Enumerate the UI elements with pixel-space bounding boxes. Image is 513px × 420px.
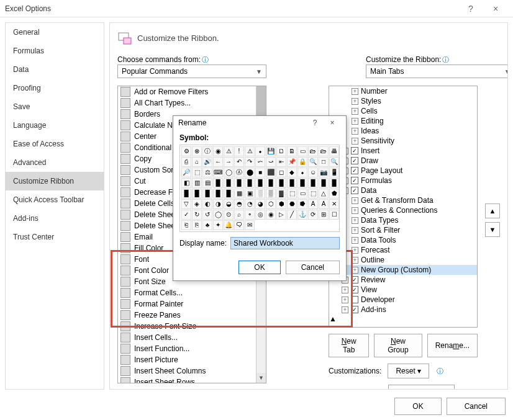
symbol-cell[interactable]: 🔒 [297, 157, 307, 167]
tree-item[interactable]: +Get & Transform Data [329, 195, 477, 205]
tree-item[interactable]: +Editing [329, 116, 477, 126]
symbol-cell[interactable]: ⬚ [308, 189, 318, 199]
expand-icon[interactable]: + [352, 227, 358, 234]
symbol-cell[interactable]: 🔊 [202, 157, 212, 167]
symbol-cell[interactable]: ⤺ [255, 157, 265, 167]
symbol-cell[interactable]: ⟳ [308, 210, 318, 220]
symbol-cell[interactable]: 🖶 [329, 146, 339, 156]
expand-icon[interactable]: + [352, 108, 358, 115]
symbol-cell[interactable]: ◻ [276, 168, 286, 177]
symbol-cell[interactable]: ⎙ [181, 157, 191, 167]
cancel-button[interactable]: Cancel [447, 398, 506, 415]
tree-item[interactable]: +✓View [329, 285, 477, 295]
symbol-cell[interactable]: ◆ [287, 168, 297, 177]
expand-icon[interactable]: + [352, 118, 358, 125]
symbol-cell[interactable]: ⎗ [181, 220, 191, 230]
symbol-cell[interactable]: ⌂ [192, 157, 202, 167]
symbol-cell[interactable]: ⇤ [276, 157, 286, 167]
symbol-cell[interactable]: ↶ [234, 157, 244, 167]
symbol-cell[interactable]: █ [329, 178, 339, 188]
command-item[interactable]: Increase Font Size [118, 321, 266, 332]
symbol-cell[interactable]: → [224, 157, 234, 167]
symbol-cell[interactable]: ◒ [224, 199, 234, 209]
symbol-cell[interactable]: A [319, 199, 329, 209]
tree-item[interactable]: +Ideas [329, 126, 477, 136]
symbol-cell[interactable]: █ [255, 178, 265, 188]
symbol-cell[interactable]: ▦ [234, 189, 244, 199]
reset-button[interactable]: Reset ▾ [388, 364, 429, 378]
symbol-cell[interactable]: █ [181, 189, 191, 199]
symbol-cell[interactable]: ✓ [181, 210, 191, 220]
command-item[interactable]: Add or Remove Filters [118, 86, 266, 97]
symbol-cell[interactable]: █ [224, 178, 234, 188]
symbol-cell[interactable]: ↻ [192, 210, 202, 220]
symbol-cell[interactable]: ⚙ [181, 146, 191, 156]
expand-icon[interactable]: + [352, 217, 358, 224]
symbol-cell[interactable]: ◎ [255, 210, 265, 220]
symbol-cell[interactable]: ⭓ [297, 199, 307, 209]
dialog-cancel-button[interactable]: Cancel [286, 261, 340, 274]
symbol-cell[interactable]: ⬥ [255, 146, 265, 156]
tree-item[interactable]: +✓Review [329, 275, 477, 285]
tree-item[interactable]: +✓Insert [329, 146, 477, 156]
symbol-cell[interactable]: ◧ [181, 178, 191, 188]
symbol-cell[interactable]: 🗁 [319, 146, 329, 156]
expand-icon[interactable]: + [352, 197, 358, 204]
close-button[interactable]: × [483, 4, 508, 14]
checkbox[interactable]: ✓ [351, 286, 358, 293]
help-button[interactable]: ? [458, 4, 483, 14]
symbol-cell[interactable]: A [308, 199, 318, 209]
sidebar-item-trust-center[interactable]: Trust Center [6, 228, 104, 246]
expand-icon[interactable]: + [342, 306, 348, 313]
symbol-cell[interactable]: ◕ [255, 199, 265, 209]
expand-icon[interactable]: + [342, 287, 348, 293]
symbol-cell[interactable]: ▭ [297, 146, 307, 156]
symbol-cell[interactable]: ⬤ [245, 168, 255, 177]
symbol-cell[interactable]: ■ [255, 168, 265, 177]
checkbox[interactable]: ✓ [351, 306, 358, 313]
symbol-grid[interactable]: ⚙⊗ⓘ◉⚠!⚠⬥💾🗋🗎▭🗁🗁🖶⎙⌂🔊←→↶↷⤺⤻⇤📌🔒🔍□🔍🔎⬚⚖⌨◯Ⓐ⬤■⬛◻… [179, 145, 340, 232]
sidebar-item-proofing[interactable]: Proofing [6, 79, 104, 97]
symbol-cell[interactable]: ░ [255, 189, 265, 199]
tree-item[interactable]: +Sensitivity [329, 136, 477, 146]
symbol-cell[interactable]: ⊙ [224, 210, 234, 220]
symbol-cell[interactable]: 🔎 [181, 168, 191, 177]
checkbox[interactable] [351, 296, 358, 303]
symbol-cell[interactable]: ⚠ [224, 146, 234, 156]
symbol-cell[interactable]: ⌕ [234, 210, 244, 220]
symbol-cell[interactable]: █ [245, 178, 255, 188]
symbol-cell[interactable]: ← [213, 157, 223, 167]
symbol-cell[interactable]: 📱 [329, 168, 339, 177]
symbol-cell[interactable]: ◈ [192, 199, 202, 209]
sidebar-item-customize-ribbon[interactable]: Customize Ribbon [6, 172, 104, 190]
symbol-cell[interactable]: █ [224, 189, 234, 199]
symbol-cell[interactable]: 🗎 [287, 146, 297, 156]
checkbox[interactable]: ✓ [351, 276, 358, 284]
symbol-cell[interactable]: ↷ [245, 157, 255, 167]
sidebar-item-general[interactable]: General [6, 23, 104, 42]
checkbox[interactable]: ✓ [351, 157, 358, 164]
expand-icon[interactable]: + [352, 207, 358, 214]
tree-item[interactable]: +✓Draw [329, 156, 477, 166]
new-tab-button[interactable]: New Tab [329, 334, 369, 357]
scrollbar[interactable]: ▲ ▼ [329, 315, 477, 328]
expand-icon[interactable]: + [352, 98, 358, 105]
command-item[interactable]: Freeze Panes [118, 310, 266, 321]
symbol-cell[interactable]: ◯ [213, 210, 223, 220]
tree-item[interactable]: +✓Data [329, 185, 477, 195]
tree-item[interactable]: +Queries & Connections [329, 205, 477, 215]
checkbox[interactable]: ✓ [351, 177, 358, 184]
symbol-cell[interactable]: █ [202, 189, 212, 199]
symbol-cell[interactable]: 📷 [319, 168, 329, 177]
rename-button[interactable]: Rename... [427, 334, 478, 357]
ok-button[interactable]: OK [394, 398, 441, 415]
expand-icon[interactable]: + [352, 237, 358, 244]
command-item[interactable]: Format Cells... [118, 287, 266, 298]
tree-item[interactable]: +✓Page Layout [329, 166, 477, 176]
symbol-cell[interactable]: ▭ [297, 189, 307, 199]
checkbox[interactable]: ✓ [351, 187, 358, 194]
symbol-cell[interactable]: ⌨ [213, 168, 223, 177]
expand-icon[interactable]: + [352, 247, 358, 254]
symbol-cell[interactable]: ✕ [329, 199, 339, 209]
symbol-cell[interactable]: ⚓ [297, 210, 307, 220]
